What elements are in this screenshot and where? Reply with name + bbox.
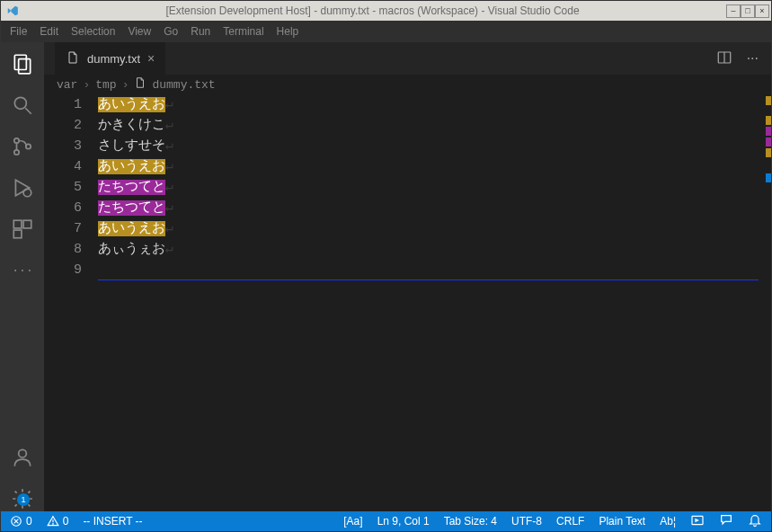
svg-line-3 [25, 108, 31, 114]
activity-bar: ··· 1 [1, 42, 44, 511]
window-minimize-button[interactable]: – [726, 4, 741, 18]
settings-badge: 1 [17, 493, 30, 506]
status-case[interactable]: [Aa] [343, 515, 362, 528]
menu-help[interactable]: Help [277, 25, 299, 38]
line-number: 9 [44, 260, 82, 280]
code-line[interactable]: あいうえお↵ [98, 218, 759, 239]
minimap-mark [766, 148, 771, 157]
menu-go[interactable]: Go [164, 25, 178, 38]
source-control-icon[interactable] [10, 134, 35, 159]
svg-rect-9 [23, 220, 31, 228]
line-number: 4 [44, 156, 82, 177]
run-file-icon[interactable] [690, 513, 705, 530]
minimap-mark [766, 173, 771, 182]
minimap-mark [766, 137, 771, 146]
menu-view[interactable]: View [128, 25, 151, 38]
status-warnings[interactable]: 0 [47, 515, 69, 528]
tab-bar: dummy.txt × ··· [44, 42, 771, 75]
status-encoding[interactable]: UTF-8 [511, 515, 542, 528]
vscode-icon [6, 4, 19, 17]
code-line[interactable]: あいうえお↵ [98, 94, 759, 115]
svg-point-4 [14, 138, 19, 143]
search-icon[interactable] [10, 93, 35, 118]
tab-close-icon[interactable]: × [147, 51, 155, 66]
tab-label: dummy.txt [87, 52, 140, 66]
breadcrumb-seg[interactable]: tmp [95, 78, 116, 92]
extensions-icon[interactable] [10, 217, 35, 242]
code-line[interactable]: たちつてと↵ [98, 198, 759, 218]
status-eol[interactable]: CRLF [556, 515, 584, 528]
settings-gear-icon[interactable]: 1 [10, 486, 35, 511]
bell-icon[interactable] [748, 513, 762, 530]
more-actions-icon[interactable]: ··· [747, 50, 759, 66]
run-debug-icon[interactable] [10, 175, 35, 200]
accounts-icon[interactable] [10, 445, 35, 470]
line-number: 5 [44, 177, 82, 198]
tab-dummy[interactable]: dummy.txt × [55, 42, 165, 75]
svg-rect-0 [14, 55, 26, 69]
code-line[interactable]: あいうえお↵ [98, 156, 759, 177]
menubar: File Edit Selection View Go Run Terminal… [1, 21, 771, 42]
explorer-icon[interactable] [10, 51, 35, 76]
minimap-mark [766, 116, 771, 125]
breadcrumb-seg[interactable]: var [57, 78, 77, 92]
svg-point-2 [14, 97, 26, 109]
code-line[interactable]: さしすせそ↵ [98, 136, 759, 156]
code-line[interactable] [98, 260, 759, 280]
code-line[interactable]: あぃうぇお↵ [98, 239, 759, 260]
svg-rect-1 [19, 59, 31, 74]
menu-selection[interactable]: Selection [71, 25, 115, 38]
window-title: [Extension Development Host] - dummy.txt… [19, 4, 726, 17]
svg-point-5 [14, 150, 19, 155]
window-maximize-button[interactable]: □ [741, 4, 755, 18]
window-titlebar: [Extension Development Host] - dummy.txt… [1, 1, 771, 21]
svg-point-19 [52, 524, 53, 525]
minimap-mark [766, 96, 771, 105]
menu-terminal[interactable]: Terminal [223, 25, 263, 38]
status-bar: 0 0 -- INSERT -- [Aa] Ln 9, Col 1 Tab Si… [1, 511, 771, 531]
file-icon [66, 50, 80, 67]
chevron-right-icon: › [83, 78, 90, 92]
svg-rect-10 [13, 230, 22, 238]
svg-rect-8 [13, 220, 22, 228]
svg-point-7 [23, 189, 31, 197]
status-mode: -- INSERT -- [83, 515, 142, 528]
code-line[interactable]: たちつてと↵ [98, 177, 759, 198]
status-tabsize[interactable]: Tab Size: 4 [444, 515, 497, 528]
window-close-button[interactable]: × [755, 4, 769, 18]
gutter: 123456789 [44, 94, 98, 511]
more-icon[interactable]: ··· [10, 258, 35, 283]
line-number: 1 [44, 94, 82, 115]
line-number: 2 [44, 115, 82, 136]
code-area[interactable]: あいうえお↵かきくけこ↵さしすせそ↵あいうえお↵たちつてと↵たちつてと↵あいうえ… [98, 94, 759, 511]
editor[interactable]: 123456789 あいうえお↵かきくけこ↵さしすせそ↵あいうえお↵たちつてと↵… [44, 94, 771, 511]
line-number: 6 [44, 198, 82, 218]
menu-edit[interactable]: Edit [40, 25, 58, 38]
feedback-icon[interactable] [719, 513, 733, 530]
svg-point-11 [19, 449, 27, 457]
breadcrumb-seg[interactable]: dummy.txt [152, 78, 215, 92]
file-icon [134, 76, 146, 93]
breadcrumb[interactable]: var › tmp › dummy.txt [44, 75, 771, 94]
minimap-mark [766, 127, 771, 136]
line-number: 8 [44, 239, 82, 260]
status-position[interactable]: Ln 9, Col 1 [377, 515, 430, 528]
status-errors[interactable]: 0 [10, 515, 32, 528]
code-line[interactable]: かきくけこ↵ [98, 115, 759, 136]
menu-file[interactable]: File [10, 25, 27, 38]
status-abbrev[interactable]: Ab¦ [660, 515, 676, 528]
status-language[interactable]: Plain Text [599, 515, 645, 528]
minimap[interactable] [759, 94, 771, 511]
split-editor-icon[interactable] [716, 49, 732, 68]
line-number: 7 [44, 218, 82, 239]
chevron-right-icon: › [122, 78, 129, 92]
menu-run[interactable]: Run [191, 25, 210, 38]
line-number: 3 [44, 136, 82, 156]
